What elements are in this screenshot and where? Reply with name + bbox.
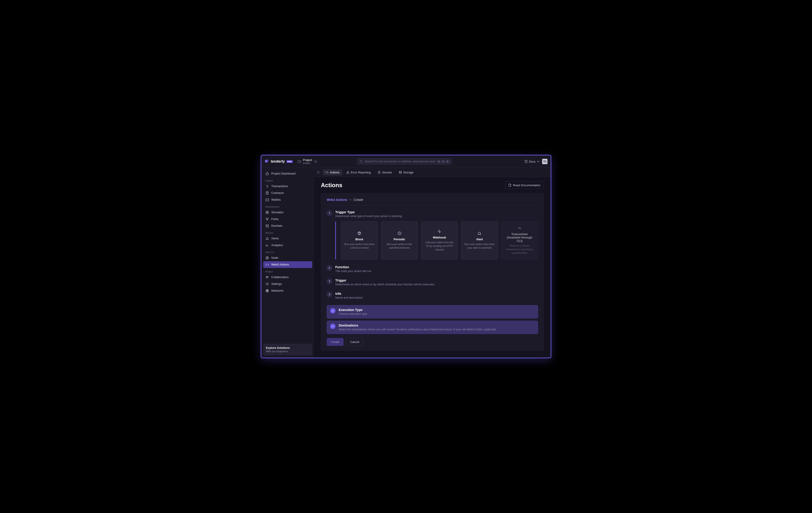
section-project: Project — [263, 268, 312, 274]
bell-icon — [477, 231, 482, 235]
step-number: 2 — [327, 265, 332, 271]
globe-icon — [265, 289, 269, 293]
search-bar[interactable]: ⌘+k — [357, 158, 452, 164]
section-infra: Infra 3.0 — [263, 249, 312, 254]
svg-rect-14 — [378, 172, 380, 173]
sidebar-item-collaborators[interactable]: Collaborators — [263, 274, 312, 280]
breadcrumb-current: Create — [354, 198, 363, 202]
sidebar-item-simulator[interactable]: Simulator — [263, 209, 312, 216]
code-icon — [325, 171, 328, 174]
bell-icon — [265, 237, 269, 240]
tab-storage[interactable]: Storage — [396, 169, 416, 175]
actions-icon — [265, 263, 269, 266]
sidebar-item-dashboard[interactable]: Project Dashboard — [263, 170, 312, 177]
tab-secrets[interactable]: Secrets — [375, 169, 395, 175]
trigger-transaction: Transaction (Available through CLI) Reac… — [501, 221, 538, 260]
project-subtitle: project — [303, 162, 312, 164]
step-execution-type[interactable]: Execution Type Choose execution type — [327, 305, 538, 319]
svg-point-10 — [266, 276, 267, 277]
sidebar-item-alerts[interactable]: Alerts — [263, 235, 312, 242]
wallet-icon — [265, 198, 269, 202]
logo-icon — [264, 159, 269, 164]
read-documentation-button[interactable]: Read Documentation — [505, 182, 544, 189]
chevron-down-icon — [537, 160, 540, 163]
svg-point-3 — [266, 211, 268, 214]
sidebar-item-forks[interactable]: Forks — [263, 216, 312, 222]
chevron-right-icon — [349, 199, 352, 201]
explore-card[interactable]: Explore Solutions With our Engineers — [263, 344, 312, 355]
trigger-alert[interactable]: Alert Run your action each time your ale… — [461, 221, 498, 260]
step-info: 4 Info Name and description. — [327, 292, 538, 299]
sidebar-item-node[interactable]: Node — [263, 254, 312, 261]
pro-badge: PRO — [287, 160, 292, 163]
step-trigger-type: 1 Trigger Type Determines what type of e… — [327, 210, 538, 260]
svg-point-4 — [266, 218, 267, 218]
cube-icon — [357, 231, 361, 235]
topbar: tenderly PRO Project project ⌘+k Docs — [261, 155, 551, 168]
document-icon — [508, 184, 512, 187]
project-selector[interactable]: Project project — [296, 158, 319, 165]
check-icon — [330, 324, 336, 329]
step-indicator-bar — [335, 221, 336, 260]
chevron-left-icon — [317, 171, 319, 173]
svg-point-9 — [266, 256, 268, 259]
play-icon — [265, 211, 269, 214]
docs-link[interactable]: Docs — [524, 160, 540, 163]
breadcrumb-root[interactable]: Web3 Actions — [327, 198, 347, 202]
kbd-hint: ⌘+k — [437, 160, 449, 163]
sidebar-item-contracts[interactable]: Contracts — [263, 190, 312, 197]
sidebar-item-analytics[interactable]: Analytics — [263, 242, 312, 249]
sidebar-item-settings[interactable]: Settings — [263, 280, 312, 288]
step-number: 1 — [327, 210, 332, 216]
main: Actions Error Reporting Secrets Storage … — [314, 168, 551, 358]
check-icon — [330, 308, 336, 313]
create-button[interactable]: Create — [327, 338, 344, 346]
svg-point-0 — [360, 160, 362, 162]
trigger-periodic[interactable]: Periodic Run your action in the specifie… — [381, 221, 418, 260]
logo[interactable]: tenderly PRO — [264, 159, 293, 164]
sidebar-item-transactions[interactable]: Transactions — [263, 183, 312, 190]
transactions-icon — [265, 184, 269, 188]
search-icon — [359, 160, 363, 163]
tab-error-reporting[interactable]: Error Reporting — [344, 169, 374, 175]
svg-point-6 — [267, 219, 268, 220]
section-development: Development — [263, 203, 312, 209]
tab-actions[interactable]: Actions — [323, 169, 342, 175]
activity-icon — [437, 230, 441, 234]
clock-icon — [398, 231, 402, 235]
avatar[interactable]: TD — [542, 159, 548, 164]
collapse-sidebar-button[interactable] — [316, 170, 320, 174]
step-trigger: 3 Trigger Determines on which event or b… — [327, 278, 538, 286]
sidebar: Project Dashboard Inspect Transactions C… — [261, 168, 314, 358]
sidebar-item-devnets[interactable]: DevNets — [263, 222, 312, 229]
cancel-button[interactable]: Cancel — [346, 338, 364, 346]
section-inspect: Inspect — [263, 177, 312, 183]
subnav: Actions Error Reporting Secrets Storage — [314, 168, 551, 177]
warning-icon — [346, 171, 349, 174]
sidebar-item-networks[interactable]: Networks — [263, 288, 312, 294]
create-panel: Web3 Actions Create 1 Trigger Type Deter… — [321, 193, 544, 351]
step-function: 2 Function The code your action will run… — [327, 265, 538, 273]
app-frame: tenderly PRO Project project ⌘+k Docs — [261, 155, 551, 358]
lock-icon — [378, 171, 381, 174]
database-icon — [399, 171, 402, 174]
svg-point-5 — [268, 218, 268, 218]
svg-point-15 — [399, 171, 401, 172]
collapse-icon — [518, 226, 522, 230]
chart-icon — [265, 243, 269, 247]
svg-point-11 — [268, 276, 268, 277]
project-name: Project — [303, 158, 312, 162]
sidebar-item-web3-actions[interactable]: Web3 Actions — [263, 261, 312, 268]
chevron-down-icon — [314, 160, 317, 163]
trigger-block[interactable]: Block Run your action each time a block … — [341, 221, 378, 260]
sidebar-item-wallets[interactable]: Wallets — [263, 197, 312, 203]
users-icon — [265, 275, 269, 279]
fork-icon — [265, 217, 269, 221]
document-icon — [524, 160, 528, 163]
step-destinations[interactable]: Destinations Select the destinations whe… — [327, 321, 538, 334]
step-number: 4 — [327, 292, 332, 297]
trigger-webhook[interactable]: Webhook Call your action from the UI by … — [421, 221, 458, 260]
logo-text: tenderly — [271, 159, 285, 163]
breadcrumb: Web3 Actions Create — [327, 198, 538, 205]
search-input[interactable] — [365, 160, 435, 163]
